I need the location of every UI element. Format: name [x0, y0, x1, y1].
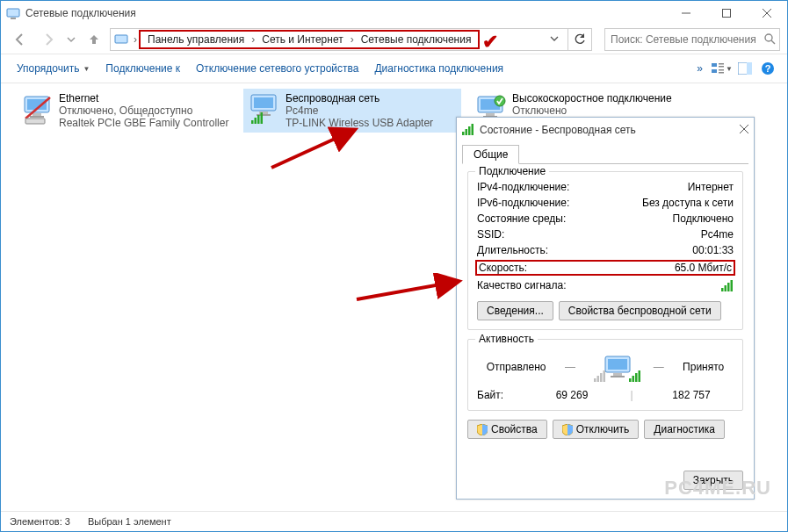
maximize-button[interactable]	[706, 1, 747, 25]
connection-ethernet[interactable]: Ethernet Отключено, Общедоступно Realtek…	[17, 89, 235, 133]
breadcrumb-item[interactable]: Панель управления	[142, 33, 249, 46]
label-speed: Скорость:	[479, 262, 527, 274]
connection-status: Pc4me	[286, 104, 433, 117]
label-received: Принято	[683, 361, 724, 373]
svg-text:?: ?	[765, 63, 771, 74]
status-bar: Элементов: 3 Выбран 1 элемент	[1, 511, 787, 531]
svg-rect-18	[115, 35, 127, 43]
address-bar-row: › Панель управления › Сеть и Интернет › …	[1, 25, 787, 54]
search-icon	[763, 32, 776, 47]
value-ssid: Pc4me	[701, 228, 734, 241]
connection-title: Ethernet	[59, 92, 228, 104]
nav-recent-button[interactable]	[64, 27, 78, 52]
shield-icon	[562, 424, 573, 435]
value-speed: 65.0 Мбит/с	[675, 262, 732, 274]
label-media: Состояние среды:	[477, 212, 566, 225]
value-bytes-sent: 69 269	[530, 389, 614, 401]
svg-rect-23	[719, 63, 724, 65]
properties-button[interactable]: Свойства	[467, 420, 547, 439]
dialog-title-bar[interactable]: Состояние - Беспроводная сеть	[457, 118, 754, 142]
group-connection: Подключение IPv4-подключение:Интернет IP…	[467, 171, 743, 330]
dash-icon: —	[565, 361, 575, 373]
svg-rect-13	[11, 18, 16, 19]
toolbar: Упорядочить▼ Подключение к Отключение се…	[1, 54, 787, 83]
details-button[interactable]: Сведения...	[477, 301, 553, 320]
status-elements: Элементов: 3	[10, 516, 70, 527]
chevron-right-icon[interactable]: ›	[349, 33, 356, 46]
label-ipv4: IPv4-подключение:	[477, 181, 569, 193]
connection-status: Отключено, Общедоступно	[59, 104, 228, 117]
label-bytes: Байт:	[477, 389, 530, 401]
toolbar-rename[interactable]: »	[690, 59, 710, 78]
close-button[interactable]	[747, 1, 787, 25]
wireless-icon	[247, 92, 280, 126]
group-legend: Подключение	[475, 165, 549, 177]
nav-forward-button[interactable]	[36, 27, 61, 52]
dash-icon: —	[654, 361, 664, 373]
tab-general[interactable]: Общие	[462, 145, 519, 164]
toolbar-organize[interactable]: Упорядочить▼	[10, 59, 97, 78]
nav-up-button[interactable]	[82, 27, 106, 52]
svg-rect-15	[723, 10, 731, 18]
preview-pane-button[interactable]	[734, 58, 755, 79]
connection-status: Отключено	[512, 104, 672, 117]
ethernet-icon	[20, 92, 54, 126]
svg-rect-28	[747, 62, 752, 75]
label-ssid: SSID:	[477, 228, 504, 241]
minimize-button[interactable]	[666, 1, 706, 25]
svg-rect-32	[25, 119, 45, 124]
breadcrumb-item[interactable]: Сеть и Интернет	[257, 33, 348, 46]
group-activity: Активность Отправлено — — Принято Байт: …	[467, 339, 743, 411]
title-bar: Сетевые подключения	[1, 1, 787, 25]
label-duration: Длительность:	[477, 244, 548, 256]
svg-rect-12	[7, 9, 19, 17]
label-ipv6: IPv6-подключение:	[477, 197, 569, 209]
connection-device: TP-LINK Wireless USB Adapter	[286, 117, 433, 129]
svg-point-19	[765, 34, 772, 41]
close-dialog-button[interactable]: Закрыть	[683, 471, 743, 490]
toolbar-diagnose[interactable]: Диагностика подключения	[367, 59, 510, 78]
breadcrumb[interactable]: › Панель управления › Сеть и Интернет › …	[110, 28, 568, 51]
status-selected: Выбран 1 элемент	[88, 516, 171, 527]
label-sent: Отправлено	[487, 361, 546, 373]
help-button[interactable]: ?	[757, 58, 778, 79]
chevron-right-icon[interactable]: ›	[249, 33, 257, 46]
svg-rect-25	[719, 69, 724, 71]
connection-wireless[interactable]: Беспроводная сеть Pc4me TP-LINK Wireless…	[243, 89, 461, 133]
svg-line-20	[771, 40, 775, 44]
activity-icon	[594, 352, 634, 382]
breadcrumb-icon	[114, 32, 128, 47]
connection-title: Высокоскоростное подключение	[512, 92, 672, 104]
nav-back-button[interactable]	[8, 27, 33, 52]
value-media: Подключено	[673, 212, 734, 225]
view-options-button[interactable]: ▼	[712, 58, 733, 79]
toolbar-connect[interactable]: Подключение к	[98, 59, 187, 78]
group-legend: Активность	[475, 333, 538, 345]
svg-rect-22	[712, 69, 717, 73]
window-title: Сетевые подключения	[25, 7, 136, 19]
search-field[interactable]	[609, 32, 763, 47]
value-bytes-recv: 182 757	[649, 389, 734, 401]
signal-icon	[462, 123, 474, 138]
svg-rect-24	[719, 66, 724, 68]
chevron-right-icon[interactable]: ›	[132, 33, 139, 46]
svg-rect-21	[712, 63, 717, 67]
value-ipv4: Интернет	[688, 181, 734, 193]
value-ipv6: Без доступа к сети	[642, 197, 734, 209]
dialog-title: Состояние - Беспроводная сеть	[480, 124, 636, 136]
label-signal: Качество сигнала:	[477, 279, 566, 294]
diagnostics-button[interactable]: Диагностика	[644, 420, 725, 439]
connection-device: Realtek PCIe GBE Family Controller	[59, 117, 228, 129]
disable-button[interactable]: Отключить	[553, 420, 640, 439]
connection-title: Беспроводная сеть	[286, 92, 433, 104]
shield-icon	[477, 424, 488, 435]
status-dialog: Состояние - Беспроводная сеть Общие Подк…	[456, 117, 755, 500]
breadcrumb-item[interactable]: Сетевые подключения	[356, 33, 477, 46]
search-input[interactable]	[604, 28, 780, 51]
toolbar-disable[interactable]: Отключение сетевого устройства	[189, 59, 365, 78]
breadcrumb-dropdown[interactable]	[545, 33, 564, 46]
dialog-close-button[interactable]	[740, 124, 748, 136]
wireless-props-button[interactable]: Свойства беспроводной сети	[559, 301, 721, 320]
value-duration: 00:01:33	[692, 244, 734, 256]
refresh-button[interactable]	[568, 28, 592, 51]
